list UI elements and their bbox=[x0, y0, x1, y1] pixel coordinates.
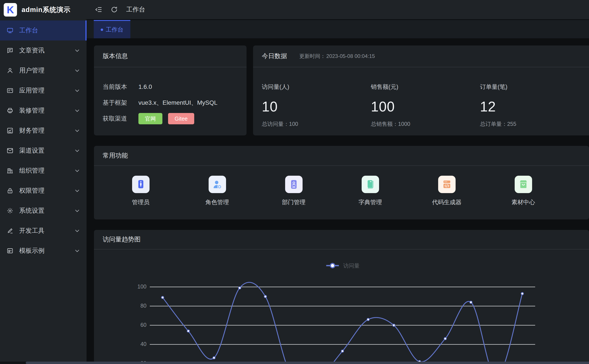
chevron-down-icon bbox=[74, 88, 80, 93]
window-icon bbox=[7, 87, 13, 94]
chevron-down-icon bbox=[74, 188, 80, 194]
mail-icon bbox=[7, 147, 13, 154]
monitor-icon bbox=[7, 27, 13, 34]
stat-label: 访问量(人) bbox=[262, 83, 371, 91]
chevron-down-icon bbox=[74, 248, 80, 254]
id-card-icon bbox=[285, 176, 302, 193]
user-icon bbox=[7, 67, 13, 74]
data-point bbox=[470, 301, 472, 304]
channel-button-Gitee[interactable]: Gitee bbox=[168, 113, 194, 124]
data-point bbox=[213, 357, 215, 359]
feature-shortcuts: 管理员 角色管理 部门管理 字典管理 代码生成器 bbox=[94, 166, 589, 206]
tab-label: 工作台 bbox=[106, 26, 123, 33]
sidebar-item-workbench[interactable]: 工作台 bbox=[0, 20, 87, 40]
stat-total: 总访问量：100 bbox=[262, 120, 371, 128]
today-stats: 访问量(人) 10 总访问量：100 销售额(元) 100 总销售额：1000 … bbox=[253, 67, 589, 128]
tab-workbench[interactable]: 工作台 bbox=[94, 20, 130, 38]
y-axis-label: 80 bbox=[141, 303, 147, 309]
sidebar-item-articles[interactable]: 文章资讯 bbox=[0, 40, 87, 60]
data-point bbox=[393, 324, 395, 326]
sidebar-item-perms[interactable]: 权限管理 bbox=[0, 181, 87, 201]
refresh-icon[interactable] bbox=[111, 6, 118, 13]
data-point bbox=[264, 295, 267, 298]
stat-column: 销售额(元) 100 总销售额：1000 bbox=[371, 67, 480, 128]
chevron-down-icon bbox=[74, 48, 80, 53]
printer-icon bbox=[7, 107, 13, 114]
framework-value: vue3.x、ElementUI、MySQL bbox=[138, 99, 218, 107]
horizontal-scrollbar[interactable] bbox=[0, 362, 589, 364]
chevron-down-icon bbox=[74, 168, 80, 174]
app-root: K admin系统演示 工作台 文章资讯 用户管理 bbox=[0, 0, 589, 364]
legend-label: 访问量 bbox=[343, 263, 360, 269]
chevron-down-icon bbox=[74, 208, 80, 214]
tab-active-dot bbox=[101, 28, 103, 31]
app-title: admin系统演示 bbox=[22, 5, 70, 14]
y-axis-label: 100 bbox=[137, 283, 147, 290]
sidebar-item-decorate[interactable]: 装修管理 bbox=[0, 101, 87, 121]
stat-value: 100 bbox=[371, 99, 480, 115]
template-icon bbox=[7, 247, 13, 254]
sidebar-item-system[interactable]: 系统设置 bbox=[0, 201, 87, 221]
sidebar-item-finance[interactable]: 财务管理 bbox=[0, 121, 87, 141]
chart-icon bbox=[7, 127, 13, 134]
line-chart-svg: 10080604020访问量 bbox=[94, 249, 589, 364]
tabbar: 工作台 bbox=[87, 20, 589, 38]
stat-label: 订单量(笔) bbox=[480, 83, 589, 91]
sidebar-item-org[interactable]: 组织管理 bbox=[0, 161, 87, 181]
channel-button-官网[interactable]: 官网 bbox=[138, 113, 162, 124]
sidebar-item-channels[interactable]: 渠道设置 bbox=[0, 141, 87, 161]
data-point bbox=[161, 296, 164, 299]
logo-row: K admin系统演示 bbox=[0, 0, 87, 20]
version-info-card: 版本信息 当前版本 1.6.0 基于框架 vue3.x、ElementUI、My… bbox=[94, 46, 247, 135]
feature-dict[interactable]: 字典管理 bbox=[332, 176, 408, 206]
chevron-down-icon bbox=[74, 108, 80, 113]
chevron-down-icon bbox=[74, 228, 80, 234]
stat-value: 10 bbox=[262, 99, 371, 115]
chevron-down-icon bbox=[74, 128, 80, 133]
update-time: 更新时间：2023-05-08 00:04:15 bbox=[299, 53, 375, 60]
row-label: 当前版本 bbox=[103, 83, 138, 91]
chevron-down-icon bbox=[74, 148, 80, 154]
stat-column: 访问量(人) 10 总访问量：100 bbox=[262, 67, 371, 128]
sidebar-item-users[interactable]: 用户管理 bbox=[0, 60, 87, 81]
user-gear-icon bbox=[209, 176, 226, 193]
data-point bbox=[367, 318, 369, 321]
stat-value: 12 bbox=[480, 99, 589, 115]
lock-icon bbox=[7, 187, 13, 194]
legend-item[interactable]: 访问量 bbox=[326, 263, 360, 269]
feature-codegen[interactable]: 代码生成器 bbox=[408, 176, 485, 206]
logo-letter: K bbox=[7, 4, 14, 16]
data-point bbox=[239, 287, 241, 289]
version-row: 当前版本 1.6.0 bbox=[103, 81, 238, 92]
scrollbar-thumb[interactable] bbox=[26, 362, 589, 364]
main-content: 版本信息 当前版本 1.6.0 基于框架 vue3.x、ElementUI、My… bbox=[87, 38, 589, 364]
topbar: 工作台 bbox=[87, 0, 589, 20]
y-axis-label: 40 bbox=[141, 341, 147, 347]
sidebar-item-templates[interactable]: 模板示例 bbox=[0, 241, 87, 261]
visits-line-chart: 10080604020访问量 bbox=[94, 249, 589, 364]
box-icon bbox=[515, 176, 532, 193]
current-version-value: 1.6.0 bbox=[138, 83, 152, 90]
common-functions-card: 常用功能 管理员 角色管理 部门管理 字典管理 代 bbox=[94, 146, 589, 220]
channel-row: 获取渠道 官网Gitee bbox=[103, 113, 238, 124]
collapse-sidebar-icon[interactable] bbox=[95, 6, 102, 13]
row-label: 获取渠道 bbox=[103, 115, 138, 123]
card-title: 今日数据 bbox=[262, 52, 287, 60]
sidebar-item-devtools[interactable]: 开发工具 bbox=[0, 221, 87, 241]
feature-material[interactable]: 素材中心 bbox=[485, 176, 562, 206]
stat-label: 销售额(元) bbox=[371, 83, 480, 91]
version-row: 基于框架 vue3.x、ElementUI、MySQL bbox=[103, 97, 238, 108]
app-logo: K bbox=[4, 3, 17, 17]
breadcrumb: 工作台 bbox=[126, 5, 145, 14]
code-window-icon bbox=[438, 176, 455, 193]
card-title: 版本信息 bbox=[94, 46, 247, 67]
card-title: 常用功能 bbox=[94, 146, 589, 166]
data-point bbox=[187, 330, 189, 332]
feature-admin[interactable]: 管理员 bbox=[102, 176, 179, 206]
feature-depts[interactable]: 部门管理 bbox=[255, 176, 332, 206]
sidebar: K admin系统演示 工作台 文章资讯 用户管理 bbox=[0, 0, 87, 364]
feature-roles[interactable]: 角色管理 bbox=[179, 176, 255, 206]
sidebar-item-apps[interactable]: 应用管理 bbox=[0, 81, 87, 101]
row-label: 基于框架 bbox=[103, 99, 138, 107]
stat-total: 总销售额：1000 bbox=[371, 120, 480, 128]
